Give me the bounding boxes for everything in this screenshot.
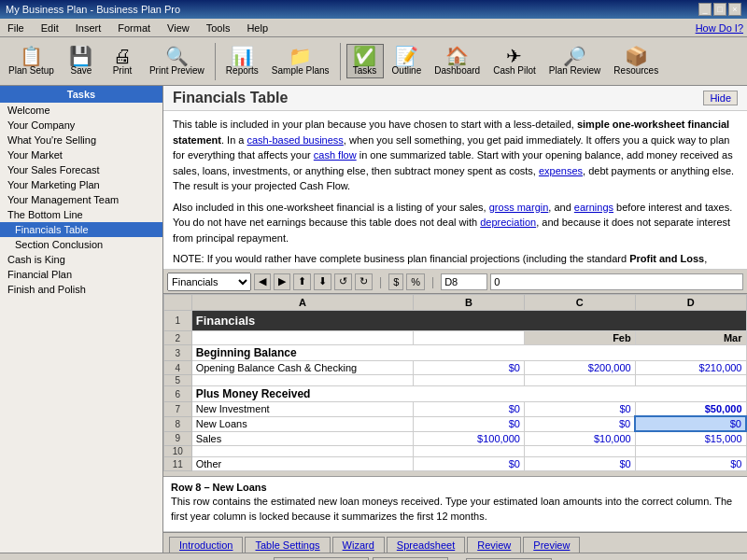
col-header-a[interactable]: A — [191, 295, 414, 311]
beginning-balance-header[interactable]: Beginning Balance — [191, 345, 746, 361]
cell-b10[interactable] — [414, 446, 525, 457]
cash-flow-link[interactable]: cash flow — [314, 149, 357, 161]
cell-a2[interactable] — [191, 331, 414, 345]
menu-insert[interactable]: Insert — [72, 21, 106, 35]
cell-a7[interactable]: New Investment — [191, 402, 414, 417]
sheet-btn-5[interactable]: ↺ — [334, 273, 352, 290]
tab-wizard-link[interactable]: Wizard — [343, 539, 374, 551]
window-controls[interactable]: _ □ × — [698, 3, 741, 16]
tab-spreadsheet-link[interactable]: Spreadsheet — [397, 539, 455, 551]
sheet-btn-2[interactable]: ▶ — [274, 273, 290, 290]
save-button[interactable]: 💾 Save — [63, 44, 100, 78]
print-preview-button[interactable]: 🔍 Print Preview — [145, 44, 209, 78]
tab-introduction-link[interactable]: Introduction — [179, 539, 233, 551]
sidebar-item-market[interactable]: Your Market — [0, 147, 162, 162]
sheet-btn-1[interactable]: ◀ — [254, 273, 271, 290]
cell-b4[interactable]: $0 — [414, 361, 525, 375]
cell-c5[interactable] — [524, 375, 635, 386]
sidebar-item-management[interactable]: Your Management Team — [0, 192, 162, 207]
menu-edit[interactable]: Edit — [37, 21, 63, 35]
maximize-button[interactable]: □ — [713, 3, 726, 16]
cell-d4[interactable]: $210,000 — [635, 361, 746, 375]
cell-b5[interactable] — [414, 375, 525, 386]
cell-a8[interactable]: New Loans — [191, 416, 414, 431]
cell-d10[interactable] — [635, 446, 746, 457]
sidebar-item-financial-plan[interactable]: Financial Plan — [0, 267, 162, 282]
outline-button[interactable]: 📝 Outline — [388, 44, 427, 78]
sidebar-item-company[interactable]: Your Company — [0, 118, 162, 133]
cell-d11[interactable]: $0 — [635, 457, 746, 471]
sample-plans-button[interactable]: 📁 Sample Plans — [267, 44, 334, 78]
cell-c7[interactable]: $0 — [524, 402, 635, 417]
sidebar-item-welcome[interactable]: Welcome — [0, 103, 162, 118]
hide-button[interactable]: Hide — [703, 91, 738, 105]
tab-preview-link[interactable]: Preview — [533, 539, 570, 551]
cell-d5[interactable] — [635, 375, 746, 386]
cell-a5[interactable] — [191, 375, 414, 386]
close-button[interactable]: × — [728, 3, 741, 16]
sheet-btn-3[interactable]: ⬆ — [293, 273, 311, 290]
cell-c8[interactable]: $0 — [524, 416, 635, 431]
minimize-button[interactable]: _ — [698, 3, 712, 16]
cell-c11[interactable]: $0 — [524, 457, 635, 471]
cell-d9[interactable]: $15,000 — [635, 431, 746, 446]
sheet-btn-4[interactable]: ⬇ — [314, 273, 331, 290]
financials-header-cell[interactable]: Financials — [191, 311, 746, 331]
cash-based-link[interactable]: cash-based business — [247, 134, 344, 146]
col-header-b[interactable]: B — [414, 295, 525, 311]
tab-preview[interactable]: Preview — [523, 537, 580, 553]
sheet-selector[interactable]: Financials — [167, 273, 251, 291]
tab-introduction[interactable]: Introduction — [169, 537, 243, 553]
sheet-btn-6[interactable]: ↻ — [355, 273, 373, 290]
cell-a4[interactable]: Opening Balance Cash & Checking — [191, 361, 414, 375]
dashboard-button[interactable]: 🏠 Dashboard — [430, 44, 485, 78]
col-header-d[interactable]: D — [635, 295, 746, 311]
menu-view[interactable]: View — [163, 21, 193, 35]
col-header-c[interactable]: C — [524, 295, 635, 311]
how-do-i-link[interactable]: How Do I? — [696, 22, 743, 34]
cell-d2[interactable]: Mar — [635, 331, 746, 345]
cell-c9[interactable]: $10,000 — [524, 431, 635, 446]
cell-b11[interactable]: $0 — [414, 457, 525, 471]
cash-pilot-button[interactable]: ✈ Cash Pilot — [488, 44, 541, 78]
cell-c10[interactable] — [524, 446, 635, 457]
gross-margin-link[interactable]: gross margin — [489, 202, 549, 213]
sidebar-item-marketing[interactable]: Your Marketing Plan — [0, 177, 162, 192]
cell-b9[interactable]: $100,000 — [414, 431, 525, 446]
tab-spreadsheet[interactable]: Spreadsheet — [387, 537, 465, 553]
earnings-link[interactable]: earnings — [574, 202, 613, 213]
sidebar-item-cash-king[interactable]: Cash is King — [0, 252, 162, 267]
print-button[interactable]: 🖨 Print — [104, 44, 141, 78]
cell-d8-selected[interactable]: $0 — [635, 416, 746, 431]
cell-a10[interactable] — [191, 446, 414, 457]
cell-b8[interactable]: $0 — [414, 416, 525, 431]
depreciation-link[interactable]: depreciation — [480, 217, 536, 228]
plan-review-button[interactable]: 🔎 Plan Review — [544, 44, 606, 78]
tasks-button[interactable]: ✅ Tasks — [346, 44, 384, 78]
resources-button[interactable]: 📦 Resources — [609, 44, 663, 78]
menu-file[interactable]: File — [4, 21, 28, 35]
menu-format[interactable]: Format — [114, 21, 154, 35]
sidebar-item-financials-table[interactable]: Financials Table — [0, 222, 162, 237]
tab-review[interactable]: Review — [467, 537, 521, 553]
tab-table-settings-link[interactable]: Table Settings — [255, 539, 319, 551]
cell-value-input[interactable] — [490, 273, 743, 290]
cell-d7[interactable]: $50,000 — [635, 402, 746, 417]
sheet-currency-btn[interactable]: $ — [388, 273, 403, 290]
menu-help[interactable]: Help — [243, 21, 272, 35]
cell-reference-input[interactable] — [441, 273, 487, 290]
cell-a11[interactable]: Other — [191, 457, 414, 471]
expenses-link[interactable]: expenses — [539, 165, 583, 176]
cell-b2[interactable] — [414, 331, 525, 345]
cell-c4[interactable]: $200,000 — [524, 361, 635, 375]
plus-money-header[interactable]: Plus Money Received — [191, 386, 746, 402]
menu-tools[interactable]: Tools — [203, 21, 234, 35]
sidebar-item-section-conclusion[interactable]: Section Conclusion — [0, 237, 162, 252]
sidebar-item-bottom-line[interactable]: The Bottom Line — [0, 207, 162, 222]
reports-button[interactable]: 📊 Reports — [221, 44, 263, 78]
cell-b7[interactable]: $0 — [414, 402, 525, 417]
tab-table-settings[interactable]: Table Settings — [245, 537, 330, 553]
sheet-percent-btn[interactable]: % — [406, 273, 425, 290]
tab-wizard[interactable]: Wizard — [332, 537, 385, 553]
cell-a9[interactable]: Sales — [191, 431, 414, 446]
